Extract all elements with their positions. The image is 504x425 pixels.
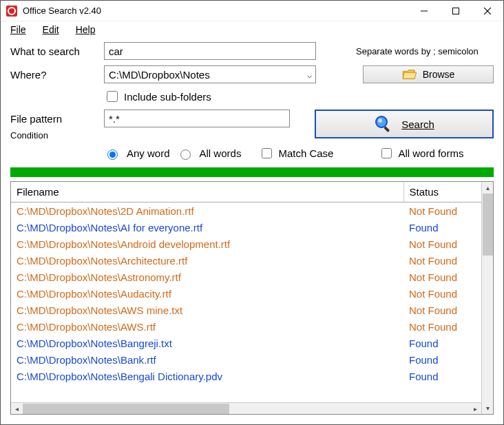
table-row[interactable]: C:\MD\Dropbox\Notes\Astronomy.rtfNot Fou… <box>11 269 481 285</box>
table-row[interactable]: C:\MD\Dropbox\Notes\Bangreji.txtFound <box>11 335 481 351</box>
app-icon <box>6 6 17 17</box>
cell-filename: C:\MD\Dropbox\Notes\Bangreji.txt <box>11 335 403 351</box>
table-row[interactable]: C:\MD\Dropbox\Notes\Bank.rtfFound <box>11 351 481 368</box>
scroll-down-arrow[interactable]: ▾ <box>482 402 493 414</box>
cell-filename: C:\MD\Dropbox\Notes\Audacity.rtf <box>11 285 403 302</box>
close-button[interactable] <box>472 1 503 21</box>
cell-filename: C:\MD\Dropbox\Notes\Architecture.rtf <box>11 252 403 269</box>
header-filename[interactable]: Filename <box>11 182 403 203</box>
cell-status: Found <box>403 335 481 351</box>
file-pattern-input[interactable] <box>104 110 290 127</box>
vscroll-thumb[interactable] <box>483 194 493 256</box>
cell-filename: C:\MD\Dropbox\Notes\AWS.rtf <box>11 318 403 335</box>
cell-filename: C:\MD\Dropbox\Notes\Astronomy.rtf <box>11 269 403 285</box>
scroll-up-arrow[interactable]: ▴ <box>482 182 493 194</box>
vertical-scrollbar[interactable]: ▴ ▾ <box>481 182 493 414</box>
title-bar: Office Search v2.40 <box>1 1 503 21</box>
condition-label: Condition <box>10 130 290 141</box>
minimize-button[interactable] <box>408 1 440 21</box>
folder-icon <box>402 69 417 80</box>
cell-status: Not Found <box>403 302 481 318</box>
cell-status: Not Found <box>403 318 481 335</box>
menu-help[interactable]: Help <box>76 24 96 35</box>
table-row[interactable]: C:\MD\Dropbox\Notes\AI for everyone.rtfF… <box>11 219 481 236</box>
browse-button[interactable]: Browse <box>363 65 494 83</box>
cell-filename: C:\MD\Dropbox\Notes\AI for everyone.rtf <box>11 219 403 236</box>
scroll-right-arrow[interactable]: ▸ <box>470 403 481 414</box>
menu-edit[interactable]: Edit <box>43 24 59 35</box>
svg-point-5 <box>378 118 382 123</box>
scroll-left-arrow[interactable]: ◂ <box>11 403 23 414</box>
cell-status: Not Found <box>403 269 481 285</box>
horizontal-scrollbar[interactable]: ◂ ▸ <box>11 402 481 414</box>
cell-filename: C:\MD\Dropbox\Notes\Android development.… <box>11 236 403 252</box>
menu-file[interactable]: File <box>10 24 26 35</box>
what-input[interactable] <box>104 42 316 60</box>
table-row[interactable]: C:\MD\Dropbox\Notes\Android development.… <box>11 236 481 252</box>
all-words-radio[interactable] <box>180 149 191 160</box>
cell-status: Found <box>403 351 481 368</box>
table-row[interactable]: C:\MD\Dropbox\Notes\Architecture.rtfNot … <box>11 252 481 269</box>
table-row[interactable]: C:\MD\Dropbox\Notes\Bengali Dictionary.p… <box>11 368 481 384</box>
svg-rect-1 <box>453 8 459 14</box>
window-title: Office Search v2.40 <box>23 6 408 16</box>
cell-status: Not Found <box>403 285 481 302</box>
menu-bar: File Edit Help <box>1 21 503 41</box>
browse-label: Browse <box>423 69 455 80</box>
what-label: What to search <box>10 45 98 57</box>
cell-status: Not Found <box>403 203 481 220</box>
include-subfolders-checkbox[interactable] <box>107 91 118 102</box>
all-words-label: All words <box>200 147 242 159</box>
cell-status: Not Found <box>403 236 481 252</box>
cell-status: Not Found <box>403 252 481 269</box>
search-label: Search <box>401 118 434 130</box>
any-word-label: Any word <box>127 147 170 159</box>
cell-status: Found <box>403 368 481 384</box>
where-label: Where? <box>10 69 98 81</box>
cell-status: Found <box>403 219 481 236</box>
file-pattern-label: File pattern <box>10 113 98 125</box>
all-word-forms-checkbox[interactable] <box>381 148 392 158</box>
include-subfolders-label: Include sub-folders <box>124 91 211 103</box>
all-word-forms-label: All word forms <box>398 147 463 159</box>
hscroll-thumb[interactable] <box>23 404 229 414</box>
cell-filename: C:\MD\Dropbox\Notes\Bank.rtf <box>11 351 403 368</box>
any-word-radio[interactable] <box>107 149 118 160</box>
search-icon <box>374 114 393 134</box>
match-case-label: Match Case <box>278 147 333 159</box>
separate-hint: Separate words by ; semicolon <box>356 46 494 56</box>
results-panel: Filename Status C:\MD\Dropbox\Notes\2D A… <box>10 181 494 415</box>
cell-filename: C:\MD\Dropbox\Notes\2D Animation.rtf <box>11 203 403 220</box>
progress-bar <box>10 167 494 177</box>
table-row[interactable]: C:\MD\Dropbox\Notes\Audacity.rtfNot Foun… <box>11 285 481 302</box>
search-button[interactable]: Search <box>315 110 494 138</box>
table-row[interactable]: C:\MD\Dropbox\Notes\2D Animation.rtfNot … <box>11 203 481 220</box>
cell-filename: C:\MD\Dropbox\Notes\AWS mine.txt <box>11 302 403 318</box>
cell-filename: C:\MD\Dropbox\Notes\Bengali Dictionary.p… <box>11 368 403 384</box>
maximize-button[interactable] <box>440 1 472 21</box>
header-status[interactable]: Status <box>403 182 481 203</box>
where-select[interactable] <box>104 65 316 83</box>
table-row[interactable]: C:\MD\Dropbox\Notes\AWS mine.txtNot Foun… <box>11 302 481 318</box>
table-row[interactable]: C:\MD\Dropbox\Notes\AWS.rtfNot Found <box>11 318 481 335</box>
match-case-checkbox[interactable] <box>262 148 272 158</box>
